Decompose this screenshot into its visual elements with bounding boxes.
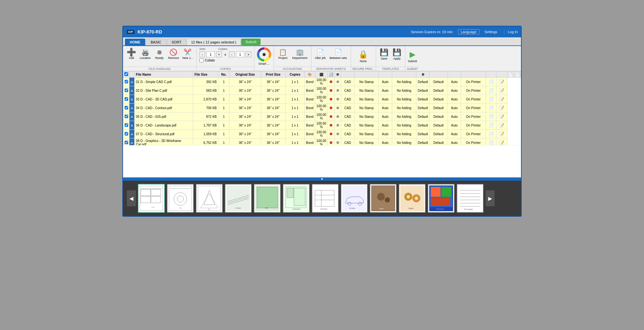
table-row[interactable]: A 05 D - CAD - GIS.pdf 872 KB 1 36" x 24… — [123, 112, 521, 121]
sets-minus[interactable]: - — [199, 52, 205, 57]
thumbnail-9[interactable]: Aerial — [370, 184, 397, 213]
row-checkbox-cell[interactable] — [123, 104, 129, 112]
edit-icon[interactable]: 📝 — [499, 114, 504, 119]
thumbnails-prev[interactable]: ◀ — [127, 190, 136, 206]
sets-input[interactable] — [206, 52, 215, 57]
table-row[interactable]: A 02 D - Site Plan C.pdf 583 KB 1 36" x … — [123, 86, 521, 95]
thumbnail-7[interactable]: Structural — [312, 184, 339, 213]
row-checkbox-cell[interactable] — [123, 138, 129, 146]
row-checkbox-cell[interactable] — [123, 112, 129, 121]
tab-basic[interactable]: BASIC — [146, 39, 166, 45]
row-checkbox-cell[interactable] — [123, 95, 129, 104]
row-filename[interactable]: 06 D - CAD - Landscape.pdf — [135, 121, 193, 130]
thumbnail-6[interactable]: Landscape — [283, 184, 310, 213]
edit-icon[interactable]: 📝 — [499, 106, 504, 110]
row-icon2[interactable]: 📝 — [497, 78, 507, 86]
sets-plus[interactable]: + — [216, 52, 222, 57]
row-checkbox[interactable] — [125, 132, 128, 136]
table-row[interactable]: A 01 D - Simple CAD C.pdf 392 KB 1 36" x… — [123, 78, 521, 86]
after-job-button[interactable]: 📄 After job — [313, 47, 327, 61]
preview-icon[interactable]: 📄 — [489, 123, 494, 127]
table-row[interactable]: A 03 D - CAD - 3D CAD.pdf 2,870 KB 1 36"… — [123, 95, 521, 104]
row-filename[interactable]: 03 D - CAD - 3D CAD.pdf — [135, 95, 193, 104]
preview-icon[interactable]: 📄 — [489, 106, 494, 110]
row-icon1[interactable]: 📄 — [486, 104, 497, 112]
table-row[interactable]: A 07 D - CAD - Structural.pdf 1,059 KB 1… — [123, 130, 521, 138]
row-icon2[interactable]: 📝 — [497, 112, 507, 121]
preview-toggle-bar[interactable]: ▼ — [123, 177, 521, 181]
preview-icon[interactable]: 📄 — [489, 97, 494, 101]
settings-button[interactable]: Settings — [485, 30, 497, 34]
collate-checkbox[interactable] — [199, 58, 204, 62]
row-icon1[interactable]: 📄 — [486, 130, 497, 138]
location-button[interactable]: 🖨️ Location — [138, 47, 152, 61]
preview-icon[interactable]: 📄 — [489, 80, 494, 84]
department-button[interactable]: 🏢 Department — [291, 47, 309, 61]
apply-button[interactable]: 💾 Apply — [391, 47, 403, 61]
thumbnails-next[interactable]: ▶ — [486, 190, 495, 206]
secure-print-button[interactable]: 🔒 None — [358, 50, 368, 63]
language-button[interactable]: Language — [458, 29, 479, 34]
save-button[interactable]: 💾 Save — [378, 47, 390, 61]
thumbnail-3[interactable]: 3D — [196, 184, 223, 213]
edit-icon[interactable]: 📝 — [499, 97, 504, 101]
row-checkbox-cell[interactable] — [123, 78, 129, 86]
tab-home[interactable]: HOME — [125, 39, 145, 45]
thumbnail-11[interactable]: Rendering — [428, 184, 455, 213]
preview-icon[interactable]: 📄 — [489, 114, 494, 119]
thumbnail-2[interactable]: Site — [167, 184, 194, 213]
project-button[interactable]: 📋 Project — [276, 47, 290, 61]
row-icon2[interactable]: 📝 — [497, 121, 507, 130]
ready-button[interactable]: ⏺ Ready — [153, 47, 166, 61]
thumbnail-5[interactable]: GIS — [254, 184, 281, 213]
edit-icon[interactable]: 📝 — [499, 140, 504, 145]
table-row[interactable]: A 08 D - Graphics - 3D Wireframe Car.pdf… — [123, 138, 521, 146]
tab-sort[interactable]: SORT — [167, 39, 186, 45]
row-icon2[interactable]: 📝 — [497, 138, 507, 146]
submit-tab-button[interactable]: Submit — [241, 39, 260, 45]
row-filename[interactable]: 08 D - Graphics - 3D Wireframe Car.pdf — [135, 138, 193, 146]
row-filename[interactable]: 04 D - CAD - Contour.pdf — [135, 104, 193, 112]
login-button[interactable]: 👤 Log In — [502, 30, 518, 34]
table-row[interactable]: A 06 D - CAD - Landscape.pdf 1,797 KB 1 … — [123, 121, 521, 130]
copies-input[interactable] — [236, 52, 244, 57]
edit-icon[interactable]: 📝 — [499, 132, 504, 136]
thumbnail-8[interactable]: 3D Wire — [341, 184, 368, 213]
add-button[interactable]: ➕ Add — [125, 47, 138, 61]
row-filename[interactable]: 01 D - Simple CAD C.pdf — [135, 78, 193, 86]
row-checkbox[interactable] — [125, 97, 128, 101]
row-icon2[interactable]: 📝 — [497, 86, 507, 95]
row-icon1[interactable]: 📄 — [486, 138, 497, 146]
row-icon1[interactable]: 📄 — [486, 121, 497, 130]
thumbnail-1[interactable]: CAD — [138, 184, 165, 213]
preview-icon[interactable]: 📄 — [489, 132, 494, 136]
row-icon2[interactable]: 📝 — [497, 95, 507, 104]
preview-icon[interactable]: 📄 — [489, 88, 494, 93]
row-checkbox[interactable] — [125, 141, 128, 144]
row-checkbox[interactable] — [125, 115, 128, 118]
row-filename[interactable]: 05 D - CAD - GIS.pdf — [135, 112, 193, 121]
row-checkbox[interactable] — [125, 123, 128, 127]
submit-toolbar-button[interactable]: ▶ Submit — [408, 50, 417, 63]
row-icon2[interactable]: 📝 — [497, 130, 507, 138]
new-job-button[interactable]: ✂️ New J... — [181, 47, 195, 61]
remove-button[interactable]: 🚫 Remove — [166, 47, 181, 61]
row-icon1[interactable]: 📄 — [486, 86, 497, 95]
row-checkbox-cell[interactable] — [123, 86, 129, 95]
row-icon1[interactable]: 📄 — [486, 95, 497, 104]
thumbnail-12[interactable]: Print Quality — [457, 184, 484, 213]
edit-icon[interactable]: 📝 — [499, 88, 504, 93]
copies-minus[interactable]: - — [229, 52, 235, 57]
row-checkbox[interactable] — [125, 89, 128, 92]
row-checkbox[interactable] — [125, 80, 128, 83]
thumbnail-4[interactable]: Contour — [225, 184, 252, 213]
table-row[interactable]: A 04 D - CAD - Contour.pdf 706 KB 1 36" … — [123, 104, 521, 112]
row-icon2[interactable]: 📝 — [497, 104, 507, 112]
between-sets-button[interactable]: 📄 Between sets — [328, 47, 349, 61]
copies-plus[interactable]: + — [246, 52, 251, 57]
row-checkbox[interactable] — [125, 106, 128, 109]
row-icon1[interactable]: 📄 — [486, 78, 497, 86]
row-checkbox-cell[interactable] — [123, 130, 129, 138]
thumbnail-10[interactable]: Bagels — [399, 184, 426, 213]
preview-icon[interactable]: 📄 — [489, 140, 494, 145]
